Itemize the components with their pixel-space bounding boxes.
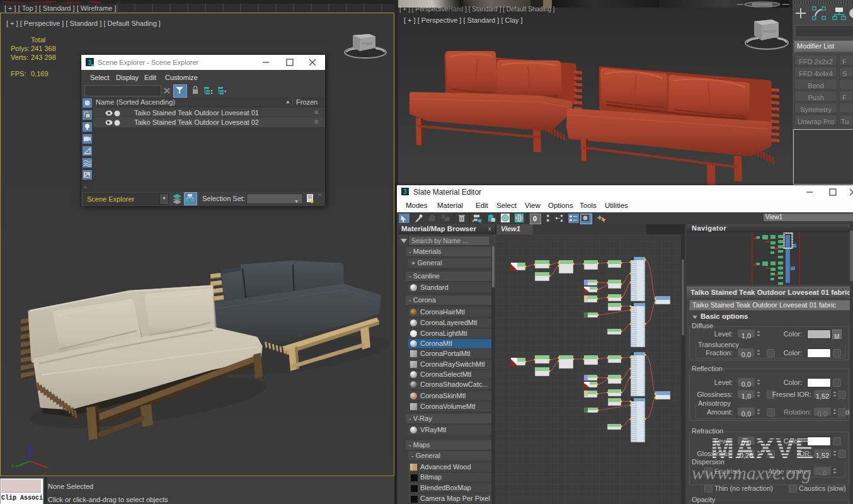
svg-text:3: 3 (403, 188, 407, 195)
svg-text:x: x (43, 470, 46, 476)
svg-text:y: y (11, 462, 14, 468)
svg-text:z: z (31, 445, 34, 450)
svg-text:3: 3 (88, 59, 91, 66)
